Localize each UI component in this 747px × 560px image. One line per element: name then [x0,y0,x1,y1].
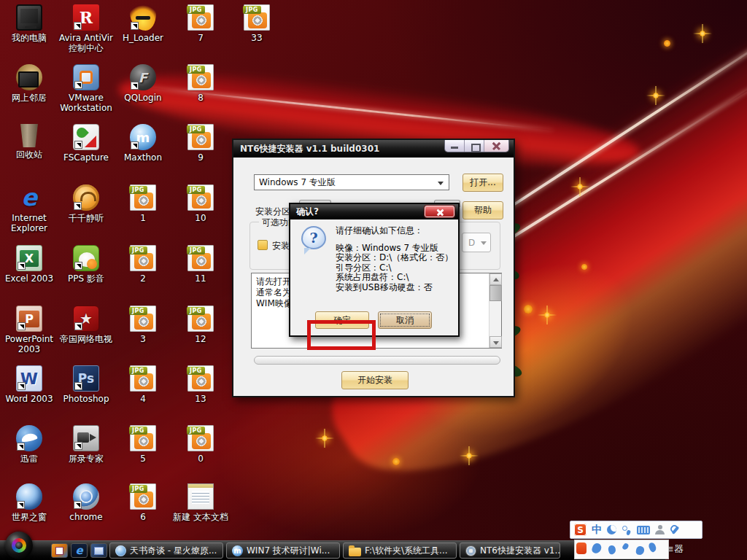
desktop-icon-label: 我的电脑 [1,33,57,43]
desktop-icon-new-text-doc[interactable]: 新建 文本文档 [173,483,228,522]
confirm-titlebar[interactable]: 确认? [290,204,458,219]
sogou-logo-icon[interactable]: S [574,524,587,536]
window-title: NT6快捷安装器 v1.1 build0301 [240,143,379,155]
desktop-icon-maxthon[interactable]: m Maxthon [115,124,171,163]
scrollbar[interactable] [489,273,501,348]
help-button[interactable]: 帮助 [462,201,503,219]
minimize-button[interactable] [445,140,465,152]
desktop-icon-word-2003[interactable]: W Word 2003 [1,365,57,404]
desktop-icon-jpg-8[interactable]: JPG 8 [173,64,228,103]
desktop-icon-avira-antivir[interactable]: R Avira AntiVir 控制中心 [58,4,114,53]
desktop-icon-glyph: JPG [187,306,214,332]
ok-button[interactable]: 确定 [315,311,369,329]
shortcut-arrow-icon [74,202,82,210]
desktop-icon-glyph: JPG [244,4,270,31]
quicklaunch-internet-explorer[interactable]: e [71,543,88,558]
close-icon[interactable] [425,206,454,217]
desktop-icon-jpg-5[interactable]: JPG 5 [115,425,171,464]
desktop-icon-jpg-12[interactable]: JPG 12 [173,306,228,344]
taskbar-button-explorer-window[interactable]: F:\软件夹\系统工具... [343,542,457,559]
cancel-button[interactable]: 取消 [378,311,432,329]
desktop-icon-screen-recorder[interactable]: 屏录专家 [58,425,114,464]
open-button[interactable]: 打开... [462,174,503,192]
desktop-icon-label: 千千静听 [58,213,114,223]
desktop-icon-thunder[interactable]: 迅雷 [1,425,57,464]
desktop-icon-glyph [73,64,99,90]
start-button[interactable] [5,532,33,559]
start-install-button[interactable]: 开始安装 [341,371,409,389]
shortcut-arrow-icon [74,442,82,450]
desktop-icon-label: 1 [115,213,171,223]
desktop-icon-jpg-6[interactable]: JPG 6 [115,483,171,522]
desktop-icon-jpg-11[interactable]: JPG 11 [173,245,228,284]
window-titlebar[interactable]: NT6快捷安装器 v1.1 build0301 [233,140,514,158]
ime-chinese-mode-icon[interactable]: 中 [592,524,602,537]
desktop-icon-pps[interactable]: PPS 影音 [58,245,114,284]
desktop-icon-powerpoint-2003[interactable]: P PowerPoint 2003 [1,306,57,354]
shortcut-arrow-icon [74,322,82,330]
desktop-icon-label: 网上邻居 [1,93,57,103]
desktop-icon-jpg-0[interactable]: JPG 0 [173,425,228,464]
install-checkbox[interactable] [258,240,268,250]
close-button[interactable] [484,140,508,152]
desktop-icon-vmware-workstation[interactable]: VMware Workstation [58,64,114,113]
drive-letter-dropdown[interactable]: D [462,233,491,252]
desktop-icon-glyph [73,425,99,451]
desktop-icon-jpg-9[interactable]: JPG 9 [173,124,228,163]
desktop-icon-qqlogin[interactable]: F QQLogin [115,64,171,103]
desktop-icon-label: chrome [58,512,114,522]
ime-fullmoon-icon[interactable] [607,525,616,534]
desktop-icon-jpg-2[interactable]: JPG 2 [115,245,171,284]
desktop-icon-jpg-10[interactable]: JPG 10 [173,184,228,223]
desktop-icon-world-browser[interactable]: 世界之窗 [1,483,57,522]
confirm-title: 确认? [296,206,319,218]
desktop-icon-network-places[interactable]: 网上邻居 [1,64,57,103]
taskbar-button-nt6-window[interactable]: NT6快捷安装器 v1... [460,542,560,559]
ime-softkeyboard-icon[interactable] [637,526,650,534]
desktop-icon-label: 6 [115,512,171,522]
desktop-icon-jpg-4[interactable]: JPG 4 [115,365,171,404]
scroll-up-button[interactable] [489,273,502,285]
desktop-icon-label: 7 [173,33,228,43]
question-mark-icon: ? [301,226,326,249]
ime-settings-icon[interactable] [670,525,680,535]
ime-punctuation-icon[interactable] [622,525,632,535]
desktop-icon-jpg-3[interactable]: JPG 3 [115,306,171,344]
desktop-icon-label: 世界之窗 [1,512,57,522]
desktop-icon-glyph: JPG [130,425,156,451]
quicklaunch-fscapture[interactable] [51,543,68,558]
desktop-icon-glyph: JPG [187,124,214,150]
desktop-icon-glyph: JPG [187,4,214,31]
desktop-icon-empire-tv[interactable]: ★ 帝国网络电视 [58,306,114,344]
desktop-icon-label: PowerPoint 2003 [1,334,57,354]
quicklaunch-show-desktop[interactable] [90,543,107,558]
desktop-icon-label: PPS 影音 [58,273,114,284]
desktop-icon-my-computer[interactable]: 我的电脑 [1,4,57,43]
maxthon-icon: m [232,545,243,556]
desktop-icon-chrome[interactable]: chrome [58,483,114,522]
scroll-down-button[interactable] [489,336,502,348]
taskbar-button-game-window[interactable]: 天书奇谈 - 星火燎原... [109,542,223,559]
ime-account-icon[interactable] [655,525,665,534]
desktop-icon-excel-2003[interactable]: X Excel 2003 [1,245,57,284]
desktop-icon-recycle-bin[interactable]: 回收站 [1,124,57,160]
desktop-icon-jpg-13[interactable]: JPG 13 [173,365,228,404]
shortcut-arrow-icon [74,501,82,509]
desktop-icon-h-loader[interactable]: H_Loader [115,4,171,43]
desktop-icon-internet-explorer[interactable]: e Internet Explorer [1,184,57,233]
maximize-button[interactable] [465,140,484,152]
desktop-icon-jpg-33[interactable]: JPG 33 [229,4,285,43]
task-button-label: 天书奇谈 - 星火燎原... [130,545,217,557]
desktop-icon-fscapture[interactable]: FSCapture [58,124,114,163]
taskbar-button-maxthon-window[interactable]: m WIN7 技术研讨|Wi... [226,542,340,559]
desktop-icon-jpg-1[interactable]: JPG 1 [115,184,171,223]
task-button-label: F:\软件夹\系统工具... [365,545,448,557]
image-select-combobox[interactable]: Windows 7 专业版 [254,174,449,190]
desktop-icon-ttplayer[interactable]: 千千静听 [58,184,114,223]
desktop-icon-label: 4 [115,394,171,404]
shortcut-arrow-icon [131,22,139,30]
desktop-icon-photoshop[interactable]: Ps Photoshop [58,365,114,404]
desktop-icon-glyph: e [16,184,42,211]
desktop-icon-jpg-7[interactable]: JPG 7 [173,4,228,43]
scrollbar-thumb[interactable] [489,285,502,301]
